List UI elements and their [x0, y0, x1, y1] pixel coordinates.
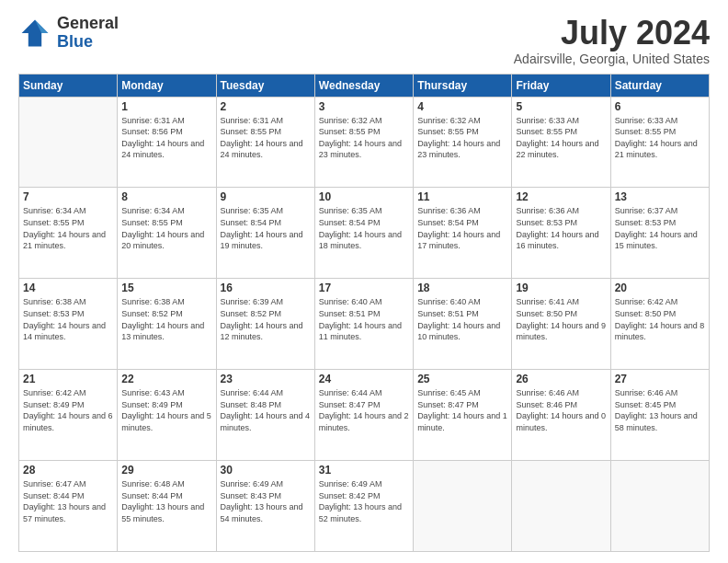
daylight-text: Daylight: 14 hours and 12 minutes.	[221, 321, 303, 342]
sunrise-text: Sunrise: 6:44 AM	[319, 388, 382, 397]
day-info: Sunrise: 6:31 AM Sunset: 8:55 PM Dayligh…	[221, 115, 311, 161]
daylight-text: Daylight: 14 hours and 18 minutes.	[319, 230, 402, 251]
sunset-text: Sunset: 8:55 PM	[23, 218, 85, 227]
sunrise-text: Sunrise: 6:40 AM	[417, 297, 481, 306]
sunrise-text: Sunrise: 6:35 AM	[319, 206, 382, 215]
calendar-location: Adairsville, Georgia, United States	[514, 52, 710, 66]
daylight-text: Daylight: 14 hours and 2 minutes.	[319, 411, 409, 432]
table-row	[414, 461, 512, 552]
page: General Blue July 2024 Adairsville, Geor…	[0, 0, 728, 563]
day-info: Sunrise: 6:31 AM Sunset: 8:56 PM Dayligh…	[121, 115, 211, 161]
sunset-text: Sunset: 8:47 PM	[417, 400, 479, 409]
daylight-text: Daylight: 14 hours and 21 minutes.	[615, 139, 698, 160]
sunset-text: Sunset: 8:51 PM	[319, 309, 381, 318]
day-number: 1	[121, 100, 211, 113]
table-row: 30 Sunrise: 6:49 AM Sunset: 8:43 PM Dayl…	[216, 461, 314, 552]
calendar-table: Sunday Monday Tuesday Wednesday Thursday…	[18, 74, 710, 552]
sunset-text: Sunset: 8:54 PM	[417, 218, 479, 227]
sunset-text: Sunset: 8:54 PM	[319, 218, 381, 227]
day-info: Sunrise: 6:33 AM Sunset: 8:55 PM Dayligh…	[516, 115, 606, 161]
day-number: 9	[221, 190, 311, 203]
daylight-text: Daylight: 14 hours and 21 minutes.	[23, 230, 106, 251]
daylight-text: Daylight: 14 hours and 15 minutes.	[615, 230, 698, 251]
day-info: Sunrise: 6:38 AM Sunset: 8:53 PM Dayligh…	[23, 296, 113, 342]
table-row	[512, 461, 610, 552]
logo-general-label: General	[57, 15, 119, 33]
table-row: 10 Sunrise: 6:35 AM Sunset: 8:54 PM Dayl…	[314, 188, 413, 279]
table-row: 11 Sunrise: 6:36 AM Sunset: 8:54 PM Dayl…	[414, 188, 512, 279]
sunrise-text: Sunrise: 6:43 AM	[121, 388, 185, 397]
day-number: 30	[221, 464, 311, 477]
table-row: 19 Sunrise: 6:41 AM Sunset: 8:50 PM Dayl…	[512, 279, 610, 370]
daylight-text: Daylight: 14 hours and 17 minutes.	[417, 230, 500, 251]
day-number: 3	[319, 100, 409, 113]
header-wednesday: Wednesday	[314, 74, 413, 97]
day-info: Sunrise: 6:32 AM Sunset: 8:55 PM Dayligh…	[417, 115, 507, 161]
calendar-week-row: 14 Sunrise: 6:38 AM Sunset: 8:53 PM Dayl…	[19, 279, 710, 370]
daylight-text: Daylight: 13 hours and 55 minutes.	[121, 502, 204, 523]
day-number: 25	[417, 373, 507, 385]
header-friday: Friday	[512, 74, 610, 97]
logo: General Blue	[18, 15, 119, 52]
sunset-text: Sunset: 8:56 PM	[121, 127, 183, 136]
table-row: 14 Sunrise: 6:38 AM Sunset: 8:53 PM Dayl…	[19, 279, 118, 370]
sunset-text: Sunset: 8:45 PM	[615, 400, 677, 409]
day-info: Sunrise: 6:43 AM Sunset: 8:49 PM Dayligh…	[121, 387, 211, 433]
calendar-week-row: 1 Sunrise: 6:31 AM Sunset: 8:56 PM Dayli…	[19, 97, 710, 188]
sunset-text: Sunset: 8:44 PM	[23, 491, 85, 500]
day-number: 6	[615, 100, 705, 113]
table-row: 24 Sunrise: 6:44 AM Sunset: 8:47 PM Dayl…	[314, 370, 413, 461]
sunset-text: Sunset: 8:55 PM	[221, 127, 282, 136]
daylight-text: Daylight: 13 hours and 58 minutes.	[615, 411, 698, 432]
sunset-text: Sunset: 8:53 PM	[516, 218, 577, 227]
daylight-text: Daylight: 14 hours and 13 minutes.	[121, 321, 204, 342]
day-number: 26	[516, 373, 606, 385]
table-row: 20 Sunrise: 6:42 AM Sunset: 8:50 PM Dayl…	[610, 279, 709, 370]
sunrise-text: Sunrise: 6:33 AM	[615, 116, 678, 125]
sunset-text: Sunset: 8:49 PM	[121, 400, 183, 409]
table-row: 17 Sunrise: 6:40 AM Sunset: 8:51 PM Dayl…	[314, 279, 413, 370]
sunrise-text: Sunrise: 6:44 AM	[221, 388, 284, 397]
day-number: 17	[319, 282, 409, 294]
header-thursday: Thursday	[414, 74, 512, 97]
day-number: 27	[615, 373, 705, 385]
sunrise-text: Sunrise: 6:46 AM	[516, 388, 579, 397]
calendar-week-row: 7 Sunrise: 6:34 AM Sunset: 8:55 PM Dayli…	[19, 188, 710, 279]
sunrise-text: Sunrise: 6:36 AM	[516, 206, 579, 215]
day-info: Sunrise: 6:44 AM Sunset: 8:47 PM Dayligh…	[319, 387, 409, 433]
day-info: Sunrise: 6:47 AM Sunset: 8:44 PM Dayligh…	[23, 478, 113, 524]
logo-text: General Blue	[57, 15, 119, 52]
sunrise-text: Sunrise: 6:45 AM	[417, 388, 481, 397]
sunrise-text: Sunrise: 6:32 AM	[417, 116, 481, 125]
day-info: Sunrise: 6:49 AM Sunset: 8:43 PM Dayligh…	[221, 478, 311, 524]
daylight-text: Daylight: 14 hours and 24 minutes.	[221, 139, 303, 160]
daylight-text: Daylight: 13 hours and 54 minutes.	[221, 502, 303, 523]
day-info: Sunrise: 6:34 AM Sunset: 8:55 PM Dayligh…	[121, 205, 211, 251]
sunrise-text: Sunrise: 6:49 AM	[319, 479, 382, 488]
day-number: 22	[121, 373, 211, 385]
day-number: 8	[121, 190, 211, 203]
daylight-text: Daylight: 13 hours and 57 minutes.	[23, 502, 106, 523]
daylight-text: Daylight: 14 hours and 22 minutes.	[516, 139, 598, 160]
sunset-text: Sunset: 8:44 PM	[121, 491, 183, 500]
table-row: 31 Sunrise: 6:49 AM Sunset: 8:42 PM Dayl…	[314, 461, 413, 552]
day-info: Sunrise: 6:35 AM Sunset: 8:54 PM Dayligh…	[319, 205, 409, 251]
header-saturday: Saturday	[610, 74, 709, 97]
sunrise-text: Sunrise: 6:34 AM	[23, 206, 86, 215]
table-row: 6 Sunrise: 6:33 AM Sunset: 8:55 PM Dayli…	[610, 97, 709, 188]
weekday-header-row: Sunday Monday Tuesday Wednesday Thursday…	[19, 74, 710, 97]
daylight-text: Daylight: 14 hours and 0 minutes.	[516, 411, 606, 432]
day-info: Sunrise: 6:40 AM Sunset: 8:51 PM Dayligh…	[319, 296, 409, 342]
day-info: Sunrise: 6:35 AM Sunset: 8:54 PM Dayligh…	[221, 205, 311, 251]
sunset-text: Sunset: 8:46 PM	[516, 400, 577, 409]
calendar-week-row: 28 Sunrise: 6:47 AM Sunset: 8:44 PM Dayl…	[19, 461, 710, 552]
daylight-text: Daylight: 14 hours and 14 minutes.	[23, 321, 106, 342]
daylight-text: Daylight: 14 hours and 24 minutes.	[121, 139, 204, 160]
table-row: 26 Sunrise: 6:46 AM Sunset: 8:46 PM Dayl…	[512, 370, 610, 461]
day-number: 4	[417, 100, 507, 113]
daylight-text: Daylight: 14 hours and 6 minutes.	[23, 411, 113, 432]
day-info: Sunrise: 6:33 AM Sunset: 8:55 PM Dayligh…	[615, 115, 705, 161]
table-row: 5 Sunrise: 6:33 AM Sunset: 8:55 PM Dayli…	[512, 97, 610, 188]
day-info: Sunrise: 6:34 AM Sunset: 8:55 PM Dayligh…	[23, 205, 113, 251]
table-row	[610, 461, 709, 552]
